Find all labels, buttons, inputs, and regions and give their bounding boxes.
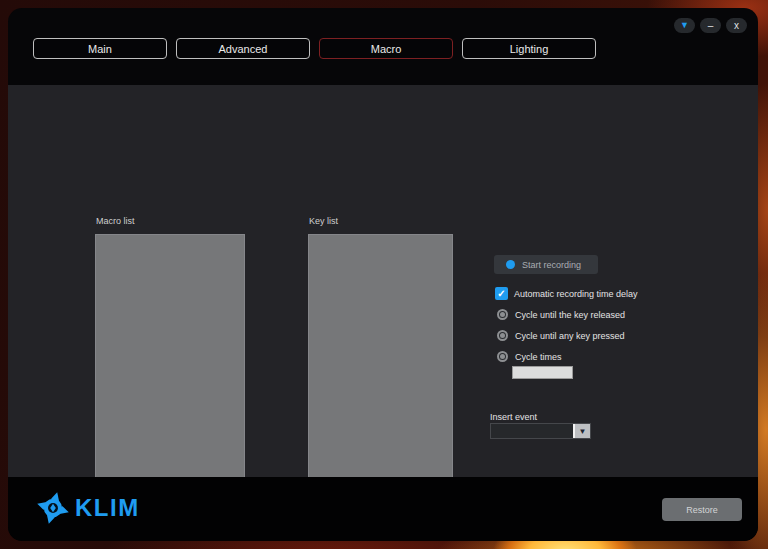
insert-event-dropdown[interactable]: ▼ [490,423,591,439]
cycle-times-input[interactable] [512,366,573,379]
radio-cycle-until-released[interactable]: Cycle until the key released [497,309,625,320]
macro-list[interactable] [95,234,245,482]
close-icon: x [734,21,739,31]
start-recording-button[interactable]: Start recording [494,255,598,274]
tab-macro[interactable]: Macro [319,38,453,59]
radio-label: Cycle until the key released [515,310,625,320]
checkbox-checked-icon[interactable]: ✓ [495,287,508,300]
tab-lighting[interactable]: Lighting [462,38,596,59]
brand-name: KLIM [75,494,140,522]
auto-delay-label: Automatic recording time delay [514,289,638,299]
radio-label: Cycle times [515,352,562,362]
tab-advanced[interactable]: Advanced [176,38,310,59]
klim-logo-icon [36,491,70,525]
radio-cycle-until-pressed[interactable]: Cycle until any key pressed [497,330,625,341]
brand: KLIM [36,491,140,525]
macro-tab-content: Macro list New macro Delete Key list Mod… [8,85,758,477]
close-button[interactable]: x [726,18,747,33]
window-controls: ▼ – x [674,18,747,33]
footer: KLIM Restore [8,477,758,541]
tray-button[interactable]: ▼ [674,18,695,33]
tray-arrow-icon: ▼ [680,21,689,30]
auto-delay-checkbox-row[interactable]: ✓ Automatic recording time delay [495,287,638,300]
restore-button[interactable]: Restore [662,498,742,521]
minimize-icon: – [708,21,714,31]
dropdown-arrow-icon[interactable]: ▼ [575,424,590,438]
minimize-button[interactable]: – [700,18,721,33]
tab-bar: Main Advanced Macro Lighting [33,38,596,59]
radio-icon [497,330,508,341]
radio-label: Cycle until any key pressed [515,331,625,341]
start-recording-label: Start recording [522,260,581,270]
key-list[interactable] [308,234,453,482]
macro-list-label: Macro list [96,216,135,226]
radio-cycle-times[interactable]: Cycle times [497,351,562,362]
tab-main[interactable]: Main [33,38,167,59]
radio-icon [497,309,508,320]
record-dot-icon [506,260,515,269]
desktop-background: ▼ – x Main Advanced Macro Lighting Macro… [0,0,768,549]
radio-icon [497,351,508,362]
key-list-label: Key list [309,216,338,226]
insert-event-label: Insert event [490,412,537,422]
app-window: ▼ – x Main Advanced Macro Lighting Macro… [8,8,758,541]
